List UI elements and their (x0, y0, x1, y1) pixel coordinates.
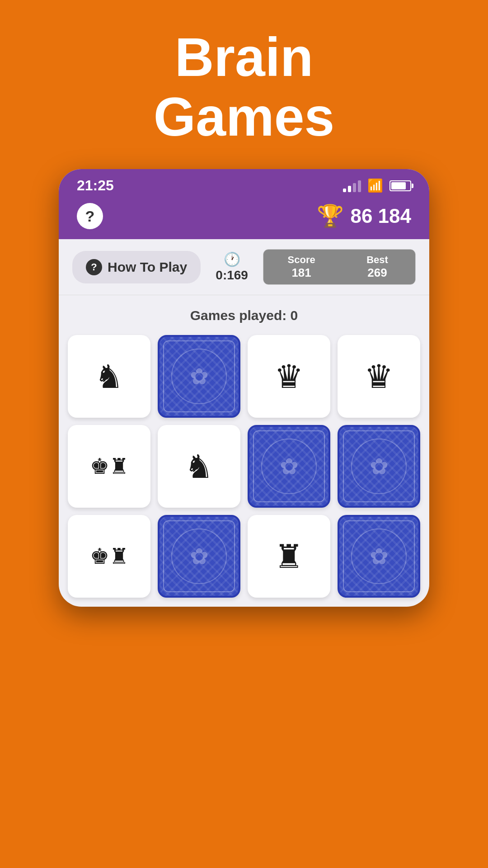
timer-value: 0:169 (216, 268, 248, 283)
total-score-area: 🏆 86 184 (317, 203, 411, 229)
king-rook-piece-2: ♚♜ (90, 546, 129, 567)
knight-piece: ♞ (94, 360, 124, 393)
card-10[interactable] (158, 515, 240, 598)
score-block: Score 181 Best 269 (263, 249, 416, 285)
card-1[interactable]: ♞ (68, 335, 150, 418)
how-to-play-button[interactable]: ? How To Play (72, 251, 201, 283)
card-11[interactable]: ♜ (248, 515, 330, 598)
question-icon: ? (86, 259, 102, 275)
card-grid: ♞ ♛ ♛ ♚♜ ♞ (59, 328, 429, 607)
timer-block: 🕐 0:169 (211, 251, 252, 283)
status-time: 21:25 (77, 177, 114, 194)
card-4[interactable]: ♛ (338, 335, 420, 418)
card-6[interactable]: ♞ (158, 425, 240, 508)
card-3[interactable]: ♛ (248, 335, 330, 418)
king-rook-piece: ♚♜ (90, 456, 129, 477)
signal-icon (343, 179, 361, 192)
status-bar: 21:25 📶 (59, 169, 429, 198)
app-header: ? 🏆 86 184 (59, 198, 429, 239)
games-played-label: Games played: 0 (59, 295, 429, 328)
knight-piece-2: ♞ (184, 450, 214, 483)
best-cell: Best 269 (339, 250, 415, 284)
queen-piece: ♛ (274, 360, 304, 393)
card-2[interactable] (158, 335, 240, 418)
wifi-icon: 📶 (367, 178, 383, 193)
card-5[interactable]: ♚♜ (68, 425, 150, 508)
card-9[interactable]: ♚♜ (68, 515, 150, 598)
queen-piece-2: ♛ (364, 360, 394, 393)
game-toolbar: ? How To Play 🕐 0:169 Score 181 Best 269 (59, 239, 429, 295)
help-button[interactable]: ? (77, 203, 103, 229)
rook-piece: ♜ (274, 540, 304, 573)
clock-icon: 🕐 (224, 251, 240, 267)
hero-title: Brain Games (0, 0, 488, 169)
total-score: 86 184 (350, 205, 411, 227)
phone-shell: 21:25 📶 ? 🏆 86 184 ? How To Play (59, 169, 429, 607)
card-7[interactable] (248, 425, 330, 508)
trophy-icon: 🏆 (317, 203, 344, 229)
battery-icon (389, 180, 411, 191)
card-8[interactable] (338, 425, 420, 508)
card-12[interactable] (338, 515, 420, 598)
score-cell: Score 181 (263, 250, 339, 284)
status-icons: 📶 (343, 178, 411, 193)
